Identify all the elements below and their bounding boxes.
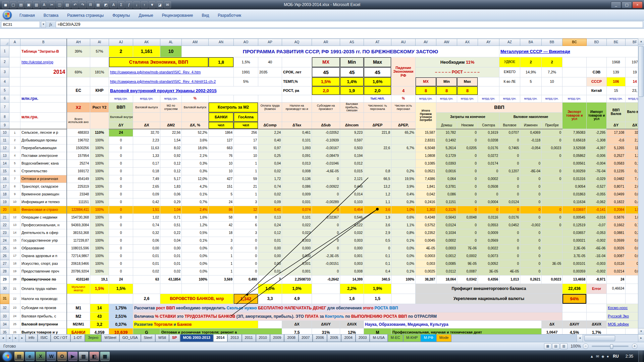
explorer-icon[interactable]: ▤	[14, 352, 24, 361]
cell-B9[interactable]	[20, 122, 67, 129]
cell-AS18[interactable]: 0,014	[340, 191, 364, 198]
cell-AN23[interactable]: 18	[209, 229, 234, 237]
cell-BE21[interactable]: 0,5876	[607, 214, 626, 222]
cell-BE25[interactable]: 0,0026	[607, 245, 626, 252]
cell-BE7[interactable]: ВВП Валов	[607, 103, 626, 122]
cell-AO2[interactable]: 1,5%	[234, 57, 258, 67]
cell-AY27[interactable]: 0,0052	[478, 260, 499, 268]
cell-AU9[interactable]: ΔРЕР,	[391, 122, 416, 129]
cell-AK35[interactable]: G	[133, 328, 160, 335]
mail-icon[interactable]: ✉	[164, 1, 171, 8]
function-icon[interactable]: ƒ	[125, 1, 132, 8]
cell-AQ18[interactable]: 0,009	[282, 191, 312, 198]
cell-AV20[interactable]: 1,302	[416, 206, 436, 214]
cell-AR24[interactable]: 0	[312, 237, 340, 245]
cell-BE22[interactable]: 0,1662	[607, 222, 626, 229]
cell-B4[interactable]	[20, 77, 67, 86]
cell-AW11[interactable]: 0,1492	[436, 137, 457, 144]
borders-icon[interactable]: ▦	[95, 1, 102, 8]
cell-BA25[interactable]: 0	[520, 245, 542, 252]
cell-AQ21[interactable]: 0,101	[282, 214, 312, 222]
cell-AK31[interactable]: 2,6	[133, 294, 160, 304]
cell-B16[interactable]: Оптовая и розничная	[20, 175, 67, 183]
cell-AJ7[interactable]: ВВП	[109, 103, 133, 113]
column-header-AS[interactable]: AS	[340, 39, 364, 46]
row-header-19[interactable]: 19	[0, 198, 9, 206]
cell-AW9[interactable]: Домаш	[436, 122, 457, 129]
sheet-tab-2013[interactable]: 2013	[227, 335, 241, 342]
cell-AP13[interactable]: 0,25	[258, 152, 282, 160]
cell-AQ16[interactable]: 0,136	[282, 175, 312, 183]
cell-B14[interactable]: Водоснабжение; кана	[20, 160, 67, 168]
print-preview-icon[interactable]: ▥	[33, 1, 40, 8]
sheet-tab-go-usa[interactable]: GO_USA	[119, 335, 141, 342]
cell-AM1[interactable]: ПРОГРАММА РАЗВИТИЯ СССР, РФ 1991-2035 гг…	[182, 46, 499, 57]
column-header-B[interactable]: B	[20, 39, 67, 46]
sheet-tab-моб-2003-2013[interactable]: МОБ 2003-2013	[180, 335, 213, 342]
cell-AS25[interactable]: 0,000	[340, 245, 364, 252]
cell-AL15[interactable]: 0,12	[160, 168, 182, 175]
cell-BA18[interactable]: 0	[520, 191, 542, 198]
cell-AJ34[interactable]: 0,37%	[109, 321, 133, 328]
cell-A1[interactable]	[9, 46, 20, 57]
cell-AJ9[interactable]: ΔY	[109, 122, 133, 129]
cell-AS24[interactable]: 0,003	[340, 237, 364, 245]
cell-AY14[interactable]: 0,0174	[478, 160, 499, 168]
cell-AI28[interactable]: 100%	[90, 268, 109, 276]
cell-AX14[interactable]: 0	[457, 160, 478, 168]
cell-AJ28[interactable]: 0	[109, 268, 133, 276]
cell-AJ5[interactable]: Валовой внутренний продукт Украины 2002-…	[109, 86, 282, 95]
cell-AX12[interactable]: 0,0205	[457, 144, 478, 152]
cell-AV5[interactable]: 8	[416, 86, 436, 95]
cell-AQ23[interactable]: 0,023	[282, 229, 312, 237]
cell-AR21[interactable]: -0,02367	[312, 214, 340, 222]
cell-BD32[interactable]	[587, 304, 607, 312]
sheet-tab-2006[interactable]: 2006	[313, 335, 327, 342]
cell-AZ8[interactable]: Валовое накопление	[499, 113, 562, 122]
cell-AK1[interactable]: 1,161	[133, 46, 160, 57]
cell-AI8[interactable]	[90, 113, 109, 129]
cell-AM18[interactable]: 0,1%	[182, 191, 209, 198]
cell-AJ27[interactable]: 0	[109, 260, 133, 268]
cell-BB3[interactable]: 7,2%	[542, 67, 562, 77]
cell-B29[interactable]: Промежуточное по	[20, 276, 67, 284]
cell-B27[interactable]: Искусство, спорт, раз	[20, 260, 67, 268]
cell-AR13[interactable]: -0,08479	[312, 152, 340, 160]
cell-AM23[interactable]: 0,5%	[182, 229, 209, 237]
cell-AT19[interactable]: 1,1	[364, 198, 391, 206]
cell-AS26[interactable]: 0,001	[340, 252, 364, 260]
cell-AX23[interactable]: 0	[457, 229, 478, 237]
cell-AT30[interactable]: 1,9%	[364, 284, 391, 294]
sheet-tab-wstl[interactable]: WStl	[155, 335, 169, 342]
column-header-AO[interactable]: AO	[234, 39, 258, 46]
cell-AW17[interactable]: 0,3781	[436, 183, 457, 191]
cell-AP7[interactable]: Оплата труда (Компен	[258, 103, 282, 113]
filter-icon[interactable]: ▼	[149, 1, 156, 8]
first-sheet-button[interactable]: ◄	[0, 335, 6, 342]
row-header-28[interactable]: 28	[0, 268, 9, 276]
cell-BE12[interactable]: 5,1265	[607, 144, 626, 152]
cell-AH30[interactable]: Мультипл икатор	[67, 284, 90, 294]
cell-BE23[interactable]: 0,0881	[607, 229, 626, 237]
cell-AO6[interactable]	[234, 95, 258, 103]
cell-BD14[interactable]: -0,004	[587, 160, 607, 168]
cell-AJ11[interactable]: 0	[109, 137, 133, 144]
cell-AK11[interactable]: 2,23	[133, 137, 160, 144]
cell-AN2[interactable]: 1,8	[209, 57, 234, 67]
cell-AV19[interactable]: 0,2416	[416, 198, 436, 206]
cell-AX5[interactable]: 8	[457, 86, 478, 95]
media-player-icon[interactable]: ▶	[68, 352, 77, 361]
cell-AM28[interactable]: 0,0%	[182, 268, 209, 276]
cell-AV17[interactable]: 1,841	[416, 183, 436, 191]
cell-AQ6[interactable]	[282, 95, 312, 103]
cell-AH12[interactable]: 1500256	[67, 144, 90, 152]
mail-tray-icon[interactable]: ✉	[596, 354, 599, 359]
cell-BD7[interactable]: Импорт товаров и усл	[587, 103, 607, 129]
cell-AK10[interactable]: 32,70	[133, 129, 160, 137]
open-icon[interactable]: ▤	[17, 1, 24, 8]
cell-AT10[interactable]: 221,8	[364, 129, 391, 137]
cell-AK27[interactable]: 0,01	[133, 260, 160, 268]
cell-AI15[interactable]: 100%	[90, 168, 109, 175]
cell-AJ19[interactable]: 0	[109, 198, 133, 206]
cell-AZ16[interactable]: 0	[499, 175, 520, 183]
